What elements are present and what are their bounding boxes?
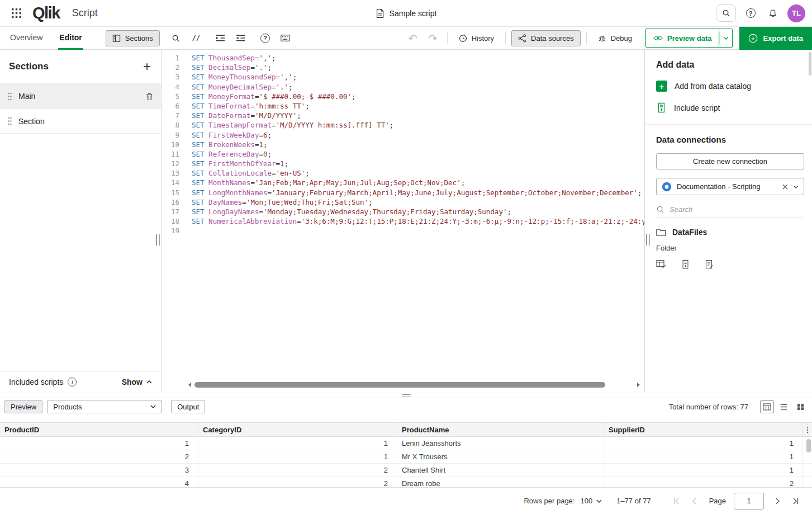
sidebar-item-main[interactable]: Main xyxy=(0,83,161,109)
grid-view-button[interactable] xyxy=(794,400,808,413)
code-line[interactable]: SET MoneyThousandSep=','; xyxy=(192,72,644,82)
code-area[interactable]: 12345678910111213141516171819 SET Thousa… xyxy=(162,50,644,379)
code-line[interactable]: SET MonthNames='Jan;Feb;Mar;Apr;May;Jun;… xyxy=(192,178,644,187)
show-included-scripts-button[interactable]: Show xyxy=(122,378,152,386)
code-line[interactable]: SET FirstWeekDay=6; xyxy=(192,130,644,140)
data-sources-button[interactable]: Data sources xyxy=(511,30,581,46)
sections-toggle-button[interactable]: Sections xyxy=(106,30,160,46)
next-page-button[interactable] xyxy=(770,494,785,508)
code-line[interactable]: SET CollationLocale='en-US'; xyxy=(192,168,644,178)
help-button[interactable]: ? xyxy=(743,6,758,21)
include-script-button[interactable]: Include script xyxy=(656,102,804,113)
table-cell: 1 xyxy=(0,437,198,450)
table-scrollbar[interactable] xyxy=(806,439,811,486)
undo-icon: ↶ xyxy=(409,33,417,44)
add-section-button[interactable]: + xyxy=(143,61,151,72)
code-line[interactable]: SET DayNames='Mon;Tue;Wed;Thu;Fri;Sat;Su… xyxy=(192,197,644,207)
syntax-help-button[interactable]: ? xyxy=(257,30,274,46)
edit-connection-button[interactable] xyxy=(704,260,714,269)
code-lines[interactable]: SET ThousandSep=',';SET DecimalSep='.';S… xyxy=(186,53,644,379)
code-line[interactable]: SET LongDayNames='Monday;Tuesday;Wednesd… xyxy=(192,207,644,216)
horizontal-scrollbar[interactable] xyxy=(188,380,640,389)
panel-scrollbar-thumb[interactable] xyxy=(809,52,811,76)
undo-button[interactable]: ↶ xyxy=(405,30,421,46)
drag-handle-icon[interactable] xyxy=(8,117,12,125)
debug-button[interactable]: Debug xyxy=(592,30,638,46)
panel-splitter[interactable] xyxy=(0,393,812,398)
add-from-catalog-button[interactable]: + Add from data catalog xyxy=(656,81,804,92)
code-line[interactable]: SET MoneyFormat='$ ###0.00;-$ ###0.00'; xyxy=(192,92,644,101)
code-line[interactable]: SET MoneyDecimalSep='.'; xyxy=(192,82,644,92)
table-scrollbar-thumb[interactable] xyxy=(806,439,811,452)
column-header[interactable]: CategoryID xyxy=(198,423,397,436)
column-header[interactable]: ProductName xyxy=(397,423,604,436)
shortcuts-button[interactable] xyxy=(277,30,294,46)
column-header[interactable]: ProductID xyxy=(0,423,198,436)
scroll-left-arrow[interactable] xyxy=(188,383,191,387)
redo-button[interactable]: ↷ xyxy=(425,30,441,46)
global-search-button[interactable] xyxy=(716,4,736,22)
scrollbar-track[interactable] xyxy=(193,382,635,388)
insert-script-button[interactable] xyxy=(681,260,690,269)
tab-editor[interactable]: Editor xyxy=(58,27,83,50)
code-line[interactable]: SET DecimalSep='.'; xyxy=(192,63,644,72)
preview-tab-button[interactable]: Preview xyxy=(4,400,42,413)
panel-resize-handle[interactable] xyxy=(646,234,650,246)
comment-button[interactable]: // xyxy=(188,30,205,46)
drag-handle-icon[interactable] xyxy=(8,92,12,101)
page-number-input[interactable] xyxy=(734,493,764,510)
previous-page-button[interactable] xyxy=(687,494,702,508)
output-tab-button[interactable]: Output xyxy=(171,400,205,413)
sidebar-item-section[interactable]: Section xyxy=(0,109,161,134)
code-line[interactable]: SET DateFormat='M/D/YYYY'; xyxy=(192,111,644,120)
code-line[interactable]: SET BrokenWeeks=1; xyxy=(192,140,644,149)
notifications-button[interactable] xyxy=(765,6,781,21)
code-editor[interactable]: 12345678910111213141516171819 SET Thousa… xyxy=(162,50,644,393)
connection-select[interactable]: Documentation - Scripting xyxy=(656,178,804,195)
datafiles-connection[interactable]: DataFiles xyxy=(656,228,804,237)
first-page-button[interactable] xyxy=(669,494,684,508)
delete-section-button[interactable] xyxy=(146,92,153,101)
code-line[interactable] xyxy=(192,226,644,235)
table-selector[interactable]: Products xyxy=(47,400,162,413)
grid-view-icon xyxy=(796,403,805,411)
column-menu-cell[interactable]: ⋮ xyxy=(803,423,812,436)
line-number: 13 xyxy=(162,168,179,178)
last-page-button[interactable] xyxy=(788,494,802,508)
outdent-button[interactable] xyxy=(232,30,249,46)
code-line[interactable]: SET LongMonthNames='January;February;Mar… xyxy=(192,188,644,197)
add-icon: + xyxy=(656,81,667,92)
connection-search[interactable] xyxy=(656,201,804,218)
kebab-icon: ⋮ xyxy=(804,426,811,434)
code-line[interactable]: SET TimeFormat='h:mm:ss TT'; xyxy=(192,101,644,111)
document-title-area[interactable]: Sample script xyxy=(376,8,437,18)
code-line[interactable]: SET ReferenceDay=0; xyxy=(192,149,644,159)
history-button[interactable]: History xyxy=(453,30,500,46)
clear-connection-button[interactable] xyxy=(782,184,788,190)
splitter-handle-icon[interactable] xyxy=(402,394,410,397)
rows-per-page-select[interactable]: 100 xyxy=(580,497,602,505)
export-data-button[interactable]: Export data xyxy=(739,27,812,50)
find-replace-button[interactable] xyxy=(168,30,184,46)
column-header[interactable]: SupplierID xyxy=(604,423,803,436)
select-data-button[interactable] xyxy=(656,260,667,269)
code-line[interactable]: SET FirstMonthOfYear=1; xyxy=(192,159,644,168)
code-line[interactable]: SET NumericalAbbreviation='3:k;6:M;9:G;1… xyxy=(192,216,644,226)
preview-data-button[interactable]: Preview data xyxy=(645,29,720,48)
tab-overview[interactable]: Overview xyxy=(9,27,44,50)
sidebar-resize-handle[interactable] xyxy=(156,234,160,246)
create-connection-button[interactable]: Create new connection xyxy=(656,153,804,169)
code-line[interactable]: SET ThousandSep=','; xyxy=(192,53,644,63)
preview-data-dropdown-button[interactable] xyxy=(719,29,733,48)
code-line[interactable]: SET TimestampFormat='M/D/YYYY h:mm:ss[.f… xyxy=(192,120,644,130)
indent-button[interactable] xyxy=(212,30,229,46)
info-icon[interactable]: i xyxy=(68,378,77,386)
list-view-button[interactable] xyxy=(777,400,791,413)
avatar[interactable]: TL xyxy=(787,4,805,22)
search-input[interactable] xyxy=(669,205,804,214)
scrollbar-thumb[interactable] xyxy=(194,382,605,388)
chevron-down-icon[interactable] xyxy=(793,185,799,188)
app-launcher-button[interactable] xyxy=(8,5,25,22)
scroll-right-arrow[interactable] xyxy=(637,383,640,387)
table-view-button[interactable] xyxy=(760,400,774,413)
